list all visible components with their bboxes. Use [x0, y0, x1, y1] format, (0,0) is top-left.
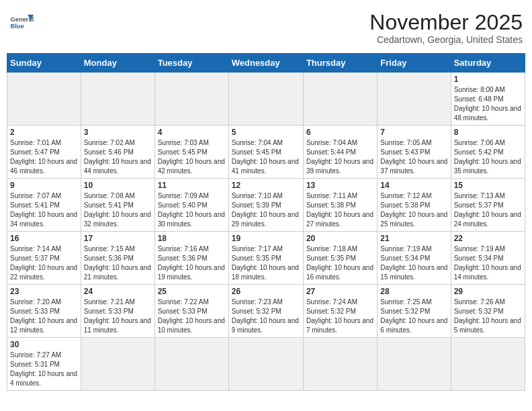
calendar-cell: 17Sunrise: 7:15 AMSunset: 5:36 PMDayligh…	[81, 232, 154, 285]
generalblue-logo-icon: General Blue	[9, 11, 34, 35]
day-number: 13	[306, 181, 374, 190]
day-info: Sunrise: 7:18 AMSunset: 5:35 PMDaylight:…	[306, 244, 374, 282]
header-tuesday: Tuesday	[154, 54, 228, 73]
day-number: 16	[10, 234, 78, 243]
calendar-cell: 2Sunrise: 7:01 AMSunset: 5:47 PMDaylight…	[7, 126, 81, 179]
calendar-cell: 22Sunrise: 7:19 AMSunset: 5:34 PMDayligh…	[451, 232, 525, 285]
calendar-cell	[7, 73, 81, 126]
calendar-cell: 10Sunrise: 7:08 AMSunset: 5:41 PMDayligh…	[81, 179, 154, 232]
header-saturday: Saturday	[451, 54, 525, 73]
calendar-cell	[228, 338, 303, 391]
day-number: 19	[232, 234, 300, 243]
calendar-cell	[451, 338, 525, 391]
calendar-cell: 23Sunrise: 7:20 AMSunset: 5:33 PMDayligh…	[7, 285, 81, 338]
calendar-cell	[154, 338, 228, 391]
calendar-cell	[81, 338, 154, 391]
day-info: Sunrise: 7:14 AMSunset: 5:37 PMDaylight:…	[10, 244, 78, 282]
calendar-cell	[378, 338, 451, 391]
day-info: Sunrise: 7:04 AMSunset: 5:45 PMDaylight:…	[232, 138, 300, 176]
day-info: Sunrise: 7:27 AMSunset: 5:31 PMDaylight:…	[10, 351, 78, 388]
calendar-cell: 29Sunrise: 7:26 AMSunset: 5:32 PMDayligh…	[451, 285, 525, 338]
day-info: Sunrise: 7:03 AMSunset: 5:45 PMDaylight:…	[158, 138, 226, 176]
day-number: 4	[158, 128, 226, 137]
calendar-table: Sunday Monday Tuesday Wednesday Thursday…	[7, 53, 525, 391]
day-number: 12	[232, 181, 300, 190]
day-number: 26	[232, 287, 300, 296]
calendar-cell: 13Sunrise: 7:11 AMSunset: 5:38 PMDayligh…	[303, 179, 377, 232]
day-info: Sunrise: 7:20 AMSunset: 5:33 PMDaylight:…	[10, 298, 78, 335]
day-info: Sunrise: 7:10 AMSunset: 5:39 PMDaylight:…	[232, 191, 300, 229]
month-title: November 2025	[369, 11, 523, 34]
day-number: 8	[454, 128, 522, 137]
day-info: Sunrise: 7:16 AMSunset: 5:36 PMDaylight:…	[158, 244, 226, 282]
day-info: Sunrise: 7:21 AMSunset: 5:33 PMDaylight:…	[84, 298, 152, 335]
day-number: 5	[232, 128, 300, 137]
calendar-cell	[154, 73, 228, 126]
calendar-cell: 3Sunrise: 7:02 AMSunset: 5:46 PMDaylight…	[81, 126, 154, 179]
week-row-5: 23Sunrise: 7:20 AMSunset: 5:33 PMDayligh…	[7, 285, 525, 338]
day-info: Sunrise: 7:05 AMSunset: 5:43 PMDaylight:…	[380, 138, 447, 176]
week-row-3: 9Sunrise: 7:07 AMSunset: 5:41 PMDaylight…	[7, 179, 525, 232]
calendar-cell: 28Sunrise: 7:25 AMSunset: 5:32 PMDayligh…	[378, 285, 451, 338]
day-info: Sunrise: 7:01 AMSunset: 5:47 PMDaylight:…	[10, 138, 78, 176]
day-number: 1	[454, 75, 522, 84]
calendar-cell: 20Sunrise: 7:18 AMSunset: 5:35 PMDayligh…	[303, 232, 377, 285]
day-info: Sunrise: 7:11 AMSunset: 5:38 PMDaylight:…	[306, 191, 374, 229]
day-number: 24	[84, 287, 152, 296]
header-wednesday: Wednesday	[228, 54, 303, 73]
day-number: 15	[454, 181, 522, 190]
calendar-cell: 27Sunrise: 7:24 AMSunset: 5:32 PMDayligh…	[303, 285, 377, 338]
header-sunday: Sunday	[7, 54, 81, 73]
day-info: Sunrise: 7:13 AMSunset: 5:37 PMDaylight:…	[454, 191, 522, 229]
day-info: Sunrise: 7:22 AMSunset: 5:33 PMDaylight:…	[158, 298, 226, 335]
day-info: Sunrise: 7:04 AMSunset: 5:44 PMDaylight:…	[306, 138, 374, 176]
day-number: 9	[10, 181, 78, 190]
week-row-1: 1Sunrise: 8:00 AMSunset: 6:48 PMDaylight…	[7, 73, 525, 126]
week-row-4: 16Sunrise: 7:14 AMSunset: 5:37 PMDayligh…	[7, 232, 525, 285]
day-number: 6	[306, 128, 374, 137]
day-number: 3	[84, 128, 152, 137]
header-thursday: Thursday	[303, 54, 377, 73]
calendar-cell: 7Sunrise: 7:05 AMSunset: 5:43 PMDaylight…	[378, 126, 451, 179]
calendar-cell: 12Sunrise: 7:10 AMSunset: 5:39 PMDayligh…	[228, 179, 303, 232]
day-info: Sunrise: 7:06 AMSunset: 5:42 PMDaylight:…	[454, 138, 522, 176]
day-number: 30	[10, 340, 78, 349]
day-info: Sunrise: 7:19 AMSunset: 5:34 PMDaylight:…	[380, 244, 447, 282]
day-number: 21	[380, 234, 447, 243]
calendar-cell: 15Sunrise: 7:13 AMSunset: 5:37 PMDayligh…	[451, 179, 525, 232]
calendar-cell	[378, 73, 451, 126]
calendar-cell	[81, 73, 154, 126]
calendar-cell: 18Sunrise: 7:16 AMSunset: 5:36 PMDayligh…	[154, 232, 228, 285]
day-number: 23	[10, 287, 78, 296]
day-number: 27	[306, 287, 374, 296]
day-info: Sunrise: 7:25 AMSunset: 5:32 PMDaylight:…	[380, 298, 447, 335]
calendar-cell: 30Sunrise: 7:27 AMSunset: 5:31 PMDayligh…	[7, 338, 81, 391]
day-info: Sunrise: 7:08 AMSunset: 5:41 PMDaylight:…	[84, 191, 152, 229]
calendar-cell: 8Sunrise: 7:06 AMSunset: 5:42 PMDaylight…	[451, 126, 525, 179]
calendar-cell: 5Sunrise: 7:04 AMSunset: 5:45 PMDaylight…	[228, 126, 303, 179]
day-info: Sunrise: 7:15 AMSunset: 5:36 PMDaylight:…	[84, 244, 152, 282]
header-friday: Friday	[378, 54, 451, 73]
day-info: Sunrise: 7:02 AMSunset: 5:46 PMDaylight:…	[84, 138, 152, 176]
calendar-cell: 9Sunrise: 7:07 AMSunset: 5:41 PMDaylight…	[7, 179, 81, 232]
day-number: 25	[158, 287, 226, 296]
calendar-cell	[303, 73, 377, 126]
day-number: 2	[10, 128, 78, 137]
calendar-cell: 11Sunrise: 7:09 AMSunset: 5:40 PMDayligh…	[154, 179, 228, 232]
week-row-6: 30Sunrise: 7:27 AMSunset: 5:31 PMDayligh…	[7, 338, 525, 391]
day-number: 10	[84, 181, 152, 190]
day-number: 22	[454, 234, 522, 243]
calendar-cell: 14Sunrise: 7:12 AMSunset: 5:38 PMDayligh…	[378, 179, 451, 232]
calendar-cell: 16Sunrise: 7:14 AMSunset: 5:37 PMDayligh…	[7, 232, 81, 285]
day-info: Sunrise: 7:12 AMSunset: 5:38 PMDaylight:…	[380, 191, 447, 229]
calendar-cell: 6Sunrise: 7:04 AMSunset: 5:44 PMDaylight…	[303, 126, 377, 179]
day-number: 28	[380, 287, 447, 296]
day-number: 18	[158, 234, 226, 243]
day-info: Sunrise: 7:07 AMSunset: 5:41 PMDaylight:…	[10, 191, 78, 229]
calendar-cell: 19Sunrise: 7:17 AMSunset: 5:35 PMDayligh…	[228, 232, 303, 285]
day-info: Sunrise: 7:17 AMSunset: 5:35 PMDaylight:…	[232, 244, 300, 282]
day-number: 29	[454, 287, 522, 296]
calendar-cell: 25Sunrise: 7:22 AMSunset: 5:33 PMDayligh…	[154, 285, 228, 338]
calendar-cell: 4Sunrise: 7:03 AMSunset: 5:45 PMDaylight…	[154, 126, 228, 179]
calendar-cell	[228, 73, 303, 126]
